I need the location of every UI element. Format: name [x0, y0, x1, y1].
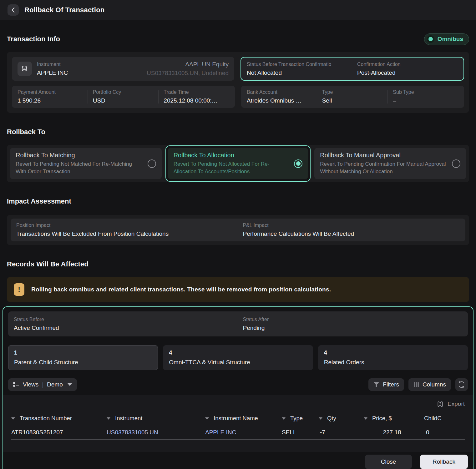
- option-rollback-to-manual-approval[interactable]: Rollback To Manual Approval Revert To Pe…: [314, 148, 466, 179]
- status-before-confirmation-label: Status Before Transaction Confirmatio: [247, 62, 347, 67]
- instrument-identifier: US0378331005.UN, Undefined: [147, 70, 229, 77]
- tab-count: 4: [324, 350, 462, 356]
- confirmation-status-card: Status Before Transaction Confirmatio No…: [241, 57, 464, 81]
- omnibus-label: Omnibus: [438, 36, 463, 43]
- cell-qty: -7: [319, 429, 360, 436]
- position-impact-label: Position Impact: [16, 223, 233, 228]
- bank-account-value: Atreides Omnibus …: [247, 97, 312, 104]
- column-header-instrument[interactable]: Instrument: [107, 415, 205, 422]
- sort-arrow-icon[interactable]: [364, 417, 367, 420]
- sort-arrow-icon[interactable]: [11, 417, 15, 420]
- payment-amount-label: Payment Amount: [18, 89, 83, 95]
- rollback-button[interactable]: Rollback: [420, 455, 468, 469]
- refresh-button[interactable]: [455, 378, 468, 391]
- confirmation-action-value: Post-Allocated: [357, 69, 458, 76]
- trade-time-value: 2025.12.08 00:00:…: [164, 97, 229, 104]
- tab-label: Parent & Child Structure: [14, 359, 152, 366]
- option-title: Rollback To Allocation: [174, 152, 290, 159]
- tab-related-orders[interactable]: 4 Related Orders: [318, 345, 468, 370]
- column-header-qty[interactable]: Qty: [319, 415, 360, 422]
- coins-icon: [18, 62, 32, 76]
- portfolio-ccy-label: Portfolio Ccy: [93, 89, 159, 95]
- position-impact-value: Transactions Will Be Excluded From Posit…: [16, 230, 233, 237]
- option-description: Revert To Pending Not Allocated For Re-A…: [174, 160, 290, 175]
- table-row[interactable]: ATR10830S251207 US0378331005.UN APPLE IN…: [11, 425, 465, 440]
- radio-unselected-icon[interactable]: [452, 159, 460, 168]
- trade-time-label: Trade Time: [164, 89, 229, 95]
- rollback-to-header: Rollback To: [7, 127, 469, 137]
- cell-transaction-number: ATR10830S251207: [11, 429, 107, 436]
- impact-assessment-header: Impact Assessment: [7, 196, 469, 207]
- cell-instrument-link[interactable]: US0378331005.UN: [107, 429, 205, 436]
- account-details-card: Bank Account Atreides Omnibus … Type Sel…: [241, 86, 464, 108]
- transaction-info-header: Transaction Info Omnibus: [7, 34, 469, 44]
- records-affected-header: Records Will Be Affected: [7, 259, 469, 270]
- views-separator: |: [42, 381, 43, 388]
- option-rollback-to-allocation[interactable]: Rollback To Allocation Revert To Pending…: [165, 145, 311, 182]
- instrument-ticker: AAPL UN Equity: [147, 61, 229, 68]
- instrument-card: Instrument APPLE INC AAPL UN Equity US03…: [12, 57, 234, 81]
- section-title-impact-assessment: Impact Assessment: [7, 197, 71, 205]
- close-button[interactable]: Close: [365, 455, 412, 469]
- view-name: Demo: [47, 381, 63, 388]
- sort-arrow-icon[interactable]: [319, 417, 322, 420]
- column-header-childc[interactable]: ChildC: [424, 415, 465, 422]
- columns-label: Columns: [423, 381, 446, 388]
- top-bar: Rollback Of Transaction: [0, 0, 476, 20]
- records-panel: Status Before Active Confirmed Status Af…: [3, 306, 473, 469]
- export-icon: [437, 401, 444, 408]
- column-header-transaction-number[interactable]: Transaction Number: [11, 415, 107, 422]
- back-button[interactable]: [8, 4, 19, 16]
- panel-footer: Close Rollback: [8, 452, 468, 469]
- table-area: Export Transaction Number Instrument Ins…: [3, 395, 473, 452]
- tab-label: Related Orders: [324, 359, 462, 366]
- status-before-label: Status Before: [14, 317, 233, 322]
- main-content: Transaction Info Omnibus Instrument APPL…: [0, 34, 476, 469]
- column-header-price[interactable]: Price, $: [360, 415, 424, 422]
- sort-arrow-icon[interactable]: [205, 417, 209, 420]
- option-title: Rollback To Manual Approval: [320, 152, 448, 159]
- payment-amount-value: 1 590.26: [18, 97, 83, 104]
- filters-label: Filters: [383, 381, 399, 388]
- sort-arrow-icon[interactable]: [282, 417, 286, 420]
- columns-button[interactable]: Columns: [408, 378, 451, 391]
- tab-parent-child-structure[interactable]: 1 Parent & Child Structure: [8, 345, 158, 370]
- filters-button[interactable]: Filters: [368, 378, 404, 391]
- cell-instrument-name-link[interactable]: APPLE INC: [205, 429, 282, 436]
- column-header-instrument-name[interactable]: Instrument Name: [205, 415, 282, 422]
- radio-unselected-icon[interactable]: [148, 159, 156, 168]
- export-button[interactable]: Export: [11, 396, 465, 411]
- views-selector[interactable]: Views | Demo: [8, 378, 77, 391]
- status-before-value: Active Confirmed: [14, 325, 233, 331]
- structure-tabs: 1 Parent & Child Structure 4 Omni-TTCA &…: [8, 345, 468, 370]
- column-header-type[interactable]: Type: [282, 415, 319, 422]
- sub-type-label: Sub Type: [393, 89, 458, 95]
- rollback-options: Rollback To Matching Revert To Pending N…: [7, 145, 469, 182]
- page-title: Rollback Of Transaction: [24, 6, 104, 14]
- chevron-left-icon: [11, 7, 15, 13]
- tab-omni-ttca-virtual-structure[interactable]: 4 Omni-TTCA & Virtual Structure: [163, 345, 313, 370]
- option-title: Rollback To Matching: [16, 152, 143, 159]
- option-description: Revert To Pending Confirmation For Manua…: [320, 160, 448, 175]
- section-title-records-affected: Records Will Be Affected: [7, 260, 89, 268]
- table-toolbar: Views | Demo Filters Columns: [8, 378, 468, 391]
- sort-arrow-icon[interactable]: [107, 417, 110, 420]
- bank-account-label: Bank Account: [247, 89, 312, 95]
- pnl-impact-value: Performance Calculations Will Be Affecte…: [243, 230, 460, 237]
- warning-text: Rolling back omnibus and related client …: [31, 286, 331, 293]
- status-transition-card: Status Before Active Confirmed Status Af…: [8, 311, 468, 336]
- type-value: Sell: [322, 97, 388, 104]
- views-list-icon: [13, 382, 19, 387]
- status-before-confirmation-value: Not Allocated: [247, 69, 347, 76]
- pnl-impact-label: P&L Impact: [243, 223, 460, 228]
- cell-price: 227.18: [360, 429, 424, 436]
- header-divider: [239, 34, 239, 43]
- views-label: Views: [23, 381, 38, 388]
- omnibus-toggle[interactable]: Omnibus: [424, 33, 469, 45]
- status-after-value: Pending: [243, 325, 463, 331]
- refresh-icon: [458, 381, 465, 388]
- option-rollback-to-matching[interactable]: Rollback To Matching Revert To Pending N…: [10, 148, 162, 179]
- cell-childcount: 0: [424, 429, 465, 436]
- portfolio-ccy-value: USD: [93, 97, 159, 104]
- radio-selected-icon[interactable]: [294, 159, 302, 168]
